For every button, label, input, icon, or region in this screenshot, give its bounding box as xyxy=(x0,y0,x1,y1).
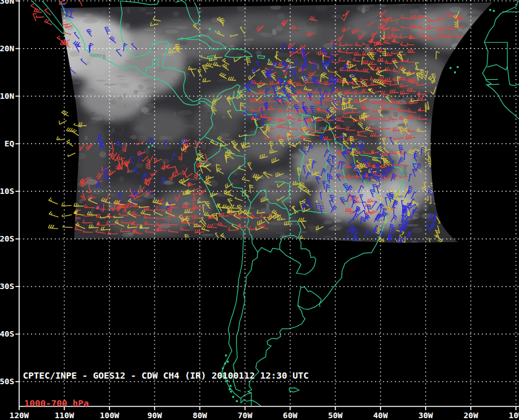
falkland-islands xyxy=(289,388,299,392)
svg-text:20W: 20W xyxy=(463,411,478,420)
svg-text:EQ: EQ xyxy=(4,139,14,148)
suriname-guiana-border xyxy=(315,117,316,132)
svg-text:50S: 50S xyxy=(0,377,14,386)
svg-text:60W: 60W xyxy=(283,411,298,420)
africa-west-coast xyxy=(483,1,519,124)
svg-text:50W: 50W xyxy=(328,411,343,420)
legend-item-low-level: 1000-700 hPa xyxy=(24,399,89,408)
product-title: CPTEC/INPE - GOES12 - CDW CH4 (IR) 20100… xyxy=(23,371,309,380)
svg-text:10S: 10S xyxy=(0,187,14,196)
us-gulf-coast xyxy=(120,1,159,5)
svg-text:70W: 70W xyxy=(238,411,253,420)
pressure-level-legend: 1000-700 hPa 701-400 hPa 401-100 hPa xyxy=(24,380,89,420)
africa-border-3 xyxy=(487,65,507,70)
svg-text:30W: 30W xyxy=(418,411,433,420)
svg-text:100W: 100W xyxy=(100,411,119,420)
svg-text:80W: 80W xyxy=(193,411,208,420)
satellite-wind-plot: 30N20N10NEQ10S20S30S40S50S120W110W100W90… xyxy=(0,0,519,420)
svg-text:90W: 90W xyxy=(148,411,162,420)
svg-text:30N: 30N xyxy=(0,0,14,6)
paraguay-argentina-border xyxy=(280,238,316,274)
svg-text:10N: 10N xyxy=(0,91,14,101)
uruguay-border xyxy=(298,287,321,307)
tierra-del-fuego xyxy=(241,400,261,406)
svg-text:40W: 40W xyxy=(373,411,388,420)
lat-axis-labels: 30N20N10NEQ10S20S30S40S50S xyxy=(0,0,19,386)
svg-text:30S: 30S xyxy=(0,282,14,291)
svg-text:20S: 20S xyxy=(0,234,14,243)
svg-text:40S: 40S xyxy=(0,329,14,338)
svg-text:10W: 10W xyxy=(508,411,519,420)
africa-border-4 xyxy=(486,84,499,85)
map-canvas: 30N20N10NEQ10S20S30S40S50S120W110W100W90… xyxy=(0,0,519,420)
africa-border-5 xyxy=(510,84,519,103)
svg-text:20N: 20N xyxy=(0,44,14,53)
